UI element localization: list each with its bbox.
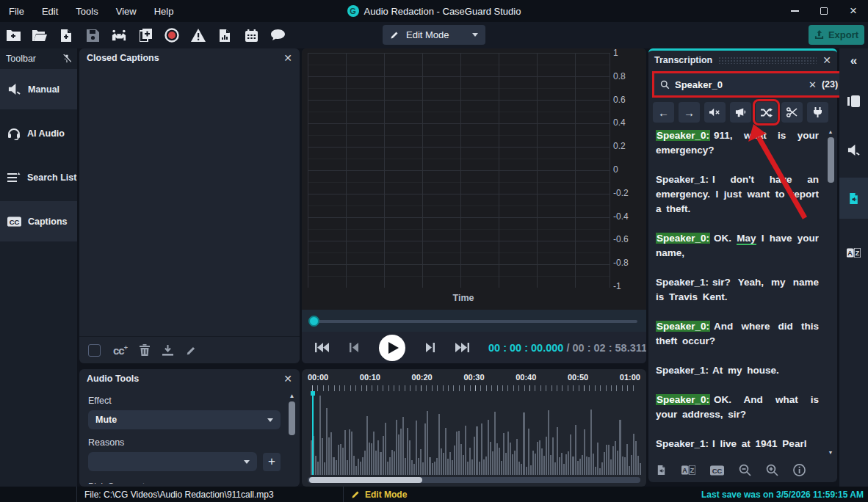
- close-panel-icon[interactable]: ✕: [283, 53, 292, 63]
- scroll-up-icon[interactable]: ▲: [287, 393, 297, 399]
- seek-slider-thumb[interactable]: [308, 316, 319, 327]
- speaker-pencil-icon: [847, 144, 861, 156]
- translate-tool-button[interactable]: [839, 238, 868, 267]
- pencil-icon: [390, 30, 399, 40]
- warning-icon[interactable]: [191, 28, 206, 43]
- title-bar: File Edit Tools View Help G Audio Redact…: [0, 0, 868, 22]
- select-all-checkbox[interactable]: [88, 344, 101, 357]
- menu-view[interactable]: View: [113, 6, 151, 17]
- next-frame-button[interactable]: [426, 343, 435, 352]
- waveform-bars[interactable]: [311, 393, 641, 475]
- scroll-down-icon[interactable]: ▼: [826, 449, 835, 456]
- new-project-folder-icon[interactable]: [6, 28, 21, 43]
- plug-icon: [813, 107, 822, 117]
- skip-to-start-button[interactable]: [315, 343, 329, 352]
- file-path: File: C:\CG Videos\Audio Redaction\911ca…: [77, 490, 343, 500]
- collapse-panel-button[interactable]: «: [839, 48, 868, 73]
- previous-match-button[interactable]: ←: [653, 102, 674, 123]
- menu-file[interactable]: File: [7, 6, 39, 17]
- transcript-entry[interactable]: Speaker_0:And where did this theft occur…: [656, 319, 819, 349]
- seek-slider[interactable]: [302, 310, 646, 332]
- timeline-scrollbar-thumb[interactable]: [309, 477, 422, 483]
- menu-tools[interactable]: Tools: [73, 6, 112, 17]
- mute-selection-button[interactable]: [704, 102, 726, 123]
- manual-redaction-icon: [7, 83, 21, 95]
- open-folder-icon[interactable]: [32, 28, 47, 43]
- transcription-search-box[interactable]: ✕ (23): [652, 71, 846, 98]
- timeline-scrollbar[interactable]: [308, 477, 640, 483]
- transcript-entry[interactable]: Speaker_0:911, what is your emergency?: [656, 128, 819, 158]
- record-icon[interactable]: [164, 28, 179, 43]
- close-panel-icon[interactable]: ✕: [283, 374, 292, 384]
- panels-view-button[interactable]: [839, 87, 868, 116]
- sidebar-item-ai-audio[interactable]: AI Audio: [0, 113, 77, 153]
- beep-selection-button[interactable]: [730, 102, 751, 123]
- seek-slider-track[interactable]: [309, 320, 637, 323]
- menu-help[interactable]: Help: [151, 6, 189, 17]
- amplitude-chart[interactable]: 10.8 0.60.4 0.20 -0.2-0.4 -0.6-0.8 -1 Am…: [302, 48, 646, 310]
- edit-pencil-icon[interactable]: [186, 345, 197, 356]
- comment-icon[interactable]: [270, 28, 285, 43]
- skip-to-end-button[interactable]: [455, 343, 469, 352]
- sidebar-item-search-list[interactable]: Search List: [0, 157, 77, 197]
- clear-search-icon[interactable]: ✕: [809, 79, 817, 90]
- amplitude-plot-grid[interactable]: [308, 53, 610, 288]
- add-reason-button[interactable]: +: [263, 453, 281, 471]
- transcription-tool-button-active[interactable]: [839, 178, 868, 219]
- save-icon[interactable]: [85, 28, 100, 43]
- maximize-button[interactable]: [809, 0, 839, 22]
- transcript-entry[interactable]: Speaker_1:I don't have an emergency. I j…: [656, 172, 819, 217]
- copy-add-icon[interactable]: [138, 28, 153, 43]
- left-toolbar-sidebar: Toolbar Manual AI Audio Search List Capt…: [0, 48, 77, 487]
- cut-button[interactable]: [781, 102, 803, 123]
- playhead-cursor[interactable]: [312, 391, 314, 475]
- previous-frame-button[interactable]: [350, 343, 358, 352]
- new-file-icon[interactable]: [59, 28, 73, 43]
- transcript-text: At my house.: [712, 365, 779, 376]
- audio-tools-scrollbar[interactable]: ▲: [287, 393, 297, 481]
- sidebar-item-captions[interactable]: Captions: [0, 201, 77, 241]
- reasons-select[interactable]: [88, 452, 257, 471]
- info-icon[interactable]: [793, 464, 806, 476]
- scroll-up-icon[interactable]: ▲: [826, 128, 835, 136]
- close-button[interactable]: ×: [839, 0, 868, 22]
- add-caption-icon[interactable]: cc+: [113, 344, 127, 357]
- zoom-out-icon[interactable]: [739, 464, 751, 476]
- delete-icon[interactable]: [140, 344, 150, 356]
- scrollbar-thumb[interactable]: [828, 137, 834, 183]
- time-axis-label: Time: [302, 293, 625, 303]
- scrollbar-thumb[interactable]: [289, 401, 295, 435]
- transcript-entry[interactable]: Speaker_0:OK. May I have your name,: [656, 231, 819, 261]
- handoff-icon[interactable]: [112, 28, 126, 43]
- underlined-word: May: [737, 233, 756, 245]
- transcript-entry[interactable]: Speaker_1:I live at 1941 Pearl: [656, 437, 819, 451]
- shuffle-button[interactable]: [756, 102, 777, 123]
- transcript-entry[interactable]: Speaker_1:At my house.: [656, 363, 819, 378]
- close-panel-icon[interactable]: ✕: [822, 55, 831, 65]
- transcript-text-area[interactable]: Speaker_0:911, what is your emergency? S…: [656, 128, 819, 456]
- menu-edit[interactable]: Edit: [39, 6, 73, 17]
- audio-mute-tool-button[interactable]: [839, 135, 868, 164]
- next-match-button[interactable]: →: [679, 102, 700, 123]
- search-input[interactable]: [675, 79, 803, 90]
- translate-icon[interactable]: [681, 465, 695, 475]
- calendar-icon[interactable]: [244, 28, 258, 43]
- edit-mode-dropdown[interactable]: Edit Mode: [383, 25, 485, 45]
- unpin-icon[interactable]: [62, 54, 71, 63]
- report-icon[interactable]: [217, 28, 232, 43]
- minimize-button[interactable]: [780, 0, 809, 22]
- transcript-entry[interactable]: Speaker_0:OK. And what is your address, …: [656, 393, 819, 422]
- export-button[interactable]: Export: [809, 25, 864, 45]
- transcript-scrollbar[interactable]: ▲ ▼: [826, 128, 835, 456]
- download-icon[interactable]: [162, 345, 173, 356]
- effect-select[interactable]: Mute: [88, 410, 281, 429]
- play-button[interactable]: [379, 335, 405, 361]
- sidebar-item-manual[interactable]: Manual: [0, 69, 77, 109]
- transcript-text: I live at 1941 Pearl: [712, 438, 806, 449]
- plug-button[interactable]: [807, 102, 828, 123]
- audio-document-icon[interactable]: [656, 465, 667, 476]
- captions-icon[interactable]: [710, 465, 724, 476]
- panel-drag-handle[interactable]: [718, 57, 817, 64]
- zoom-in-icon[interactable]: [766, 464, 778, 476]
- transcript-entry[interactable]: Speaker_1:sir? Yeah, my name is Travis K…: [656, 275, 819, 305]
